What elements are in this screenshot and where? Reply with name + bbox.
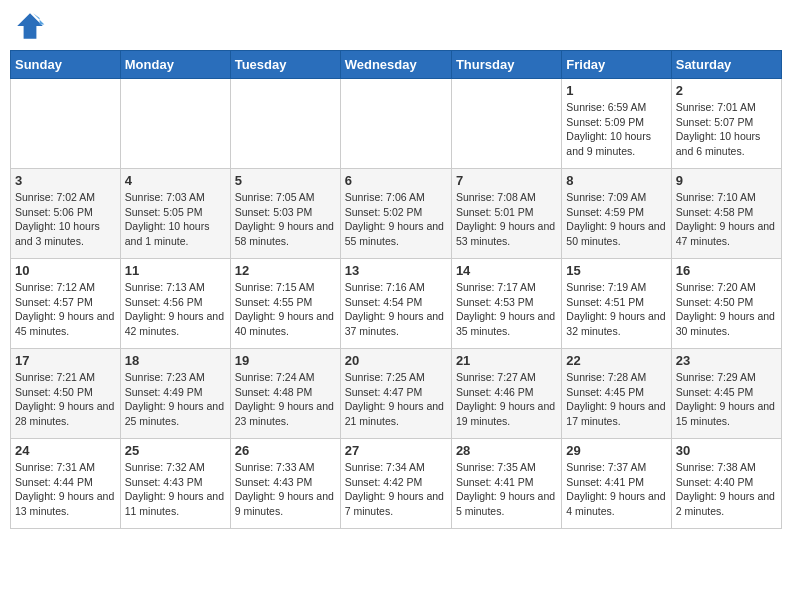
day-number: 24 bbox=[15, 443, 116, 458]
logo bbox=[14, 10, 50, 42]
day-number: 17 bbox=[15, 353, 116, 368]
calendar-cell: 1Sunrise: 6:59 AM Sunset: 5:09 PM Daylig… bbox=[562, 79, 671, 169]
day-info: Sunrise: 7:28 AM Sunset: 4:45 PM Dayligh… bbox=[566, 370, 666, 429]
logo-icon bbox=[14, 10, 46, 42]
calendar-cell: 10Sunrise: 7:12 AM Sunset: 4:57 PM Dayli… bbox=[11, 259, 121, 349]
day-number: 9 bbox=[676, 173, 777, 188]
calendar-cell: 5Sunrise: 7:05 AM Sunset: 5:03 PM Daylig… bbox=[230, 169, 340, 259]
calendar-cell: 2Sunrise: 7:01 AM Sunset: 5:07 PM Daylig… bbox=[671, 79, 781, 169]
weekday-header: Sunday bbox=[11, 51, 121, 79]
calendar-cell: 27Sunrise: 7:34 AM Sunset: 4:42 PM Dayli… bbox=[340, 439, 451, 529]
day-info: Sunrise: 7:24 AM Sunset: 4:48 PM Dayligh… bbox=[235, 370, 336, 429]
calendar-cell: 12Sunrise: 7:15 AM Sunset: 4:55 PM Dayli… bbox=[230, 259, 340, 349]
day-info: Sunrise: 7:21 AM Sunset: 4:50 PM Dayligh… bbox=[15, 370, 116, 429]
day-info: Sunrise: 7:32 AM Sunset: 4:43 PM Dayligh… bbox=[125, 460, 226, 519]
day-number: 11 bbox=[125, 263, 226, 278]
day-info: Sunrise: 7:23 AM Sunset: 4:49 PM Dayligh… bbox=[125, 370, 226, 429]
calendar-cell: 29Sunrise: 7:37 AM Sunset: 4:41 PM Dayli… bbox=[562, 439, 671, 529]
day-number: 25 bbox=[125, 443, 226, 458]
weekday-header: Monday bbox=[120, 51, 230, 79]
calendar-body: 1Sunrise: 6:59 AM Sunset: 5:09 PM Daylig… bbox=[11, 79, 782, 529]
day-number: 16 bbox=[676, 263, 777, 278]
calendar-cell bbox=[11, 79, 121, 169]
calendar-week-row: 3Sunrise: 7:02 AM Sunset: 5:06 PM Daylig… bbox=[11, 169, 782, 259]
day-number: 20 bbox=[345, 353, 447, 368]
calendar-cell: 16Sunrise: 7:20 AM Sunset: 4:50 PM Dayli… bbox=[671, 259, 781, 349]
calendar-cell: 22Sunrise: 7:28 AM Sunset: 4:45 PM Dayli… bbox=[562, 349, 671, 439]
day-info: Sunrise: 7:20 AM Sunset: 4:50 PM Dayligh… bbox=[676, 280, 777, 339]
calendar-cell: 20Sunrise: 7:25 AM Sunset: 4:47 PM Dayli… bbox=[340, 349, 451, 439]
calendar-cell: 25Sunrise: 7:32 AM Sunset: 4:43 PM Dayli… bbox=[120, 439, 230, 529]
day-number: 23 bbox=[676, 353, 777, 368]
day-info: Sunrise: 7:13 AM Sunset: 4:56 PM Dayligh… bbox=[125, 280, 226, 339]
day-number: 10 bbox=[15, 263, 116, 278]
day-info: Sunrise: 7:08 AM Sunset: 5:01 PM Dayligh… bbox=[456, 190, 557, 249]
day-number: 3 bbox=[15, 173, 116, 188]
day-number: 27 bbox=[345, 443, 447, 458]
day-info: Sunrise: 7:01 AM Sunset: 5:07 PM Dayligh… bbox=[676, 100, 777, 159]
calendar-cell: 9Sunrise: 7:10 AM Sunset: 4:58 PM Daylig… bbox=[671, 169, 781, 259]
calendar-cell: 24Sunrise: 7:31 AM Sunset: 4:44 PM Dayli… bbox=[11, 439, 121, 529]
calendar-cell bbox=[340, 79, 451, 169]
day-number: 13 bbox=[345, 263, 447, 278]
calendar-cell: 26Sunrise: 7:33 AM Sunset: 4:43 PM Dayli… bbox=[230, 439, 340, 529]
day-number: 29 bbox=[566, 443, 666, 458]
day-info: Sunrise: 7:25 AM Sunset: 4:47 PM Dayligh… bbox=[345, 370, 447, 429]
calendar-week-row: 10Sunrise: 7:12 AM Sunset: 4:57 PM Dayli… bbox=[11, 259, 782, 349]
day-info: Sunrise: 7:09 AM Sunset: 4:59 PM Dayligh… bbox=[566, 190, 666, 249]
weekday-header: Thursday bbox=[451, 51, 561, 79]
day-info: Sunrise: 6:59 AM Sunset: 5:09 PM Dayligh… bbox=[566, 100, 666, 159]
day-number: 1 bbox=[566, 83, 666, 98]
day-info: Sunrise: 7:02 AM Sunset: 5:06 PM Dayligh… bbox=[15, 190, 116, 249]
day-number: 5 bbox=[235, 173, 336, 188]
day-number: 6 bbox=[345, 173, 447, 188]
day-number: 8 bbox=[566, 173, 666, 188]
day-number: 2 bbox=[676, 83, 777, 98]
calendar-cell: 3Sunrise: 7:02 AM Sunset: 5:06 PM Daylig… bbox=[11, 169, 121, 259]
day-number: 30 bbox=[676, 443, 777, 458]
day-info: Sunrise: 7:33 AM Sunset: 4:43 PM Dayligh… bbox=[235, 460, 336, 519]
calendar-cell: 18Sunrise: 7:23 AM Sunset: 4:49 PM Dayli… bbox=[120, 349, 230, 439]
day-number: 4 bbox=[125, 173, 226, 188]
day-info: Sunrise: 7:17 AM Sunset: 4:53 PM Dayligh… bbox=[456, 280, 557, 339]
day-info: Sunrise: 7:05 AM Sunset: 5:03 PM Dayligh… bbox=[235, 190, 336, 249]
calendar-cell bbox=[451, 79, 561, 169]
calendar-cell bbox=[230, 79, 340, 169]
calendar-cell: 4Sunrise: 7:03 AM Sunset: 5:05 PM Daylig… bbox=[120, 169, 230, 259]
day-info: Sunrise: 7:34 AM Sunset: 4:42 PM Dayligh… bbox=[345, 460, 447, 519]
calendar-week-row: 17Sunrise: 7:21 AM Sunset: 4:50 PM Dayli… bbox=[11, 349, 782, 439]
calendar-cell: 17Sunrise: 7:21 AM Sunset: 4:50 PM Dayli… bbox=[11, 349, 121, 439]
day-info: Sunrise: 7:19 AM Sunset: 4:51 PM Dayligh… bbox=[566, 280, 666, 339]
day-number: 26 bbox=[235, 443, 336, 458]
weekday-header: Wednesday bbox=[340, 51, 451, 79]
day-number: 21 bbox=[456, 353, 557, 368]
day-info: Sunrise: 7:12 AM Sunset: 4:57 PM Dayligh… bbox=[15, 280, 116, 339]
calendar-cell bbox=[120, 79, 230, 169]
calendar-cell: 6Sunrise: 7:06 AM Sunset: 5:02 PM Daylig… bbox=[340, 169, 451, 259]
day-number: 18 bbox=[125, 353, 226, 368]
weekday-header: Tuesday bbox=[230, 51, 340, 79]
day-info: Sunrise: 7:38 AM Sunset: 4:40 PM Dayligh… bbox=[676, 460, 777, 519]
weekday-header: Friday bbox=[562, 51, 671, 79]
calendar-table: SundayMondayTuesdayWednesdayThursdayFrid… bbox=[10, 50, 782, 529]
calendar-week-row: 1Sunrise: 6:59 AM Sunset: 5:09 PM Daylig… bbox=[11, 79, 782, 169]
day-info: Sunrise: 7:27 AM Sunset: 4:46 PM Dayligh… bbox=[456, 370, 557, 429]
day-number: 28 bbox=[456, 443, 557, 458]
calendar-header: SundayMondayTuesdayWednesdayThursdayFrid… bbox=[11, 51, 782, 79]
day-info: Sunrise: 7:15 AM Sunset: 4:55 PM Dayligh… bbox=[235, 280, 336, 339]
day-number: 19 bbox=[235, 353, 336, 368]
day-info: Sunrise: 7:35 AM Sunset: 4:41 PM Dayligh… bbox=[456, 460, 557, 519]
calendar-week-row: 24Sunrise: 7:31 AM Sunset: 4:44 PM Dayli… bbox=[11, 439, 782, 529]
page-header bbox=[10, 10, 782, 42]
calendar-cell: 23Sunrise: 7:29 AM Sunset: 4:45 PM Dayli… bbox=[671, 349, 781, 439]
svg-marker-0 bbox=[17, 13, 43, 39]
weekday-header: Saturday bbox=[671, 51, 781, 79]
weekday-row: SundayMondayTuesdayWednesdayThursdayFrid… bbox=[11, 51, 782, 79]
day-info: Sunrise: 7:16 AM Sunset: 4:54 PM Dayligh… bbox=[345, 280, 447, 339]
calendar-cell: 21Sunrise: 7:27 AM Sunset: 4:46 PM Dayli… bbox=[451, 349, 561, 439]
calendar-cell: 14Sunrise: 7:17 AM Sunset: 4:53 PM Dayli… bbox=[451, 259, 561, 349]
day-info: Sunrise: 7:37 AM Sunset: 4:41 PM Dayligh… bbox=[566, 460, 666, 519]
calendar-cell: 11Sunrise: 7:13 AM Sunset: 4:56 PM Dayli… bbox=[120, 259, 230, 349]
calendar-cell: 19Sunrise: 7:24 AM Sunset: 4:48 PM Dayli… bbox=[230, 349, 340, 439]
day-number: 15 bbox=[566, 263, 666, 278]
